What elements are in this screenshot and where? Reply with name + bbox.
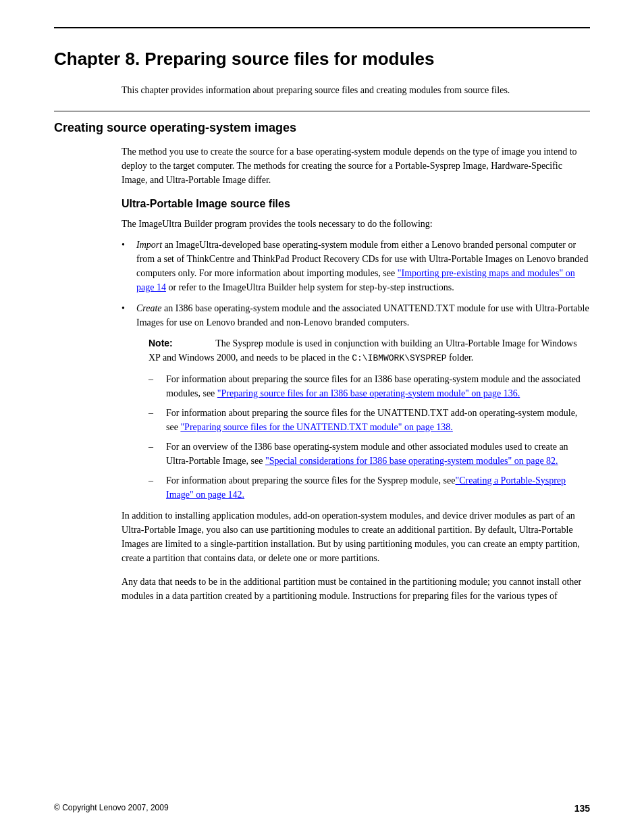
dash-item-1: – For information about preparing the so… xyxy=(149,372,590,400)
link-special[interactable]: "Special considerations for I386 base op… xyxy=(265,456,558,466)
bullet-item-2: • Create an I386 base operating-system m… xyxy=(122,301,590,330)
top-rule xyxy=(54,27,590,28)
para-2: Any data that needs to be in the additio… xyxy=(122,575,590,603)
bullet-text-1b: or refer to the ImageUltra Builder help … xyxy=(166,282,454,292)
page: Chapter 8. Preparing source files for mo… xyxy=(0,0,644,834)
dash-text-4a: For information about preparing the sour… xyxy=(166,475,455,486)
footer: © Copyright Lenovo 2007, 2009 135 xyxy=(54,803,590,814)
dash-list: – For information about preparing the so… xyxy=(149,372,590,502)
note-text: The Sysprep module is used in conjunctio… xyxy=(149,338,577,363)
subsection1-title: Ultra-Portable Image source files xyxy=(122,198,590,210)
link-i386-source[interactable]: "Preparing source files for an I386 base… xyxy=(217,388,520,398)
chapter-intro: This chapter provides information about … xyxy=(122,83,590,97)
section1-title: Creating source operating-system images xyxy=(54,121,590,135)
bullet-dot-1: • xyxy=(122,238,134,294)
bullet-content-2: Create an I386 base operating-system mod… xyxy=(136,301,590,330)
dash-symbol-3: – xyxy=(149,440,163,468)
section1-intro: The method you use to create the source … xyxy=(122,145,590,187)
dash-content-4: For information about preparing the sour… xyxy=(166,473,590,502)
bullet-list: • Import an ImageUltra-developed base op… xyxy=(122,238,590,330)
dash-content-2: For information about preparing the sour… xyxy=(166,406,590,434)
subsection1-intro: The ImageUltra Builder program provides … xyxy=(122,217,590,231)
dash-symbol-2: – xyxy=(149,406,163,434)
bullet-label-1: Import xyxy=(136,240,162,250)
dash-content-1: For information about preparing the sour… xyxy=(166,372,590,400)
dash-content-3: For an overview of the I386 base operati… xyxy=(166,440,590,468)
footer-page-number: 135 xyxy=(574,803,590,814)
link-unattend[interactable]: "Preparing source files for the UNATTEND… xyxy=(180,422,452,432)
footer-copyright: © Copyright Lenovo 2007, 2009 xyxy=(54,803,169,814)
section-rule-1 xyxy=(54,111,590,111)
bullet-dot-2: • xyxy=(122,301,134,330)
note-block: Note: The Sysprep module is used in conj… xyxy=(149,336,590,365)
bullet-label-2: Create xyxy=(136,303,162,313)
note-code: C:\IBMWORK\SYSPREP xyxy=(352,353,446,363)
note-label: Note: xyxy=(149,338,173,348)
bullet-item-1: • Import an ImageUltra-developed base op… xyxy=(122,238,590,294)
dash-symbol-1: – xyxy=(149,372,163,400)
para-1: In addition to installing application mo… xyxy=(122,509,590,565)
dash-item-2: – For information about preparing the so… xyxy=(149,406,590,434)
chapter-title: Chapter 8. Preparing source files for mo… xyxy=(54,49,590,70)
dash-symbol-4: – xyxy=(149,473,163,502)
bullet-content-1: Import an ImageUltra-developed base oper… xyxy=(136,238,590,294)
bullet-text-2a: an I386 base operating-system module and… xyxy=(136,303,589,328)
dash-item-4: – For information about preparing the so… xyxy=(149,473,590,502)
dash-item-3: – For an overview of the I386 base opera… xyxy=(149,440,590,468)
